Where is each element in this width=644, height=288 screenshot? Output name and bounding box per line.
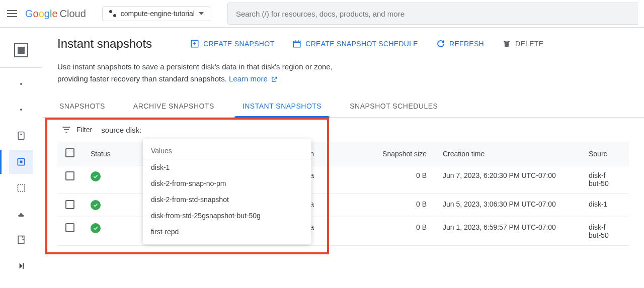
dropdown-item[interactable]: first-repd: [143, 224, 311, 240]
cell-source: disk-1: [581, 194, 629, 217]
rail-item-snapshots[interactable]: [9, 150, 33, 174]
google-cloud-logo[interactable]: GoogleCloud: [25, 8, 86, 20]
row-checkbox[interactable]: [65, 171, 74, 180]
filter-icon: [61, 125, 71, 135]
rail-product-icon[interactable]: [0, 34, 42, 68]
learn-more-link[interactable]: Learn more: [229, 74, 278, 83]
cell-source: disk-fbut-50: [581, 217, 629, 246]
svg-rect-3: [20, 160, 22, 163]
status-ok-icon: [91, 200, 101, 210]
project-name: compute-engine-tutorial: [121, 10, 195, 18]
cell-size: 0 B: [324, 217, 435, 246]
top-header: GoogleCloud compute-engine-tutorial: [0, 0, 644, 28]
select-all-checkbox[interactable]: [65, 148, 74, 157]
rail-item-5[interactable]: [9, 176, 33, 200]
hamburger-menu-icon[interactable]: [6, 8, 18, 20]
status-ok-icon: [91, 223, 101, 233]
svg-rect-8: [294, 41, 301, 47]
refresh-icon: [436, 39, 445, 48]
tab-instant-snapshots[interactable]: INSTANT SNAPSHOTS: [240, 95, 324, 117]
dropdown-item[interactable]: disk-1: [143, 159, 311, 175]
expand-rail-icon[interactable]: [9, 254, 33, 278]
project-icon: [109, 10, 117, 18]
page-description: Use instant snapshots to save a persiste…: [42, 56, 425, 95]
cell-created: Jun 1, 2023, 6:59:57 PM UTC-07:00: [435, 217, 581, 246]
dropdown-item[interactable]: disk-2-from-snap-no-pm: [143, 175, 311, 191]
create-snapshot-button[interactable]: CREATE SNAPSHOT: [190, 39, 274, 48]
cell-size: 0 B: [324, 194, 435, 217]
action-bar: Instant snapshots CREATE SNAPSHOT CREATE…: [42, 28, 644, 56]
dropdown-header: Values: [143, 143, 311, 159]
filter-values-dropdown: Values disk-1 disk-2-from-snap-no-pm dis…: [143, 139, 311, 244]
cell-source: disk-fbut-50: [581, 165, 629, 194]
content-area: Filter Values disk-1 disk-2-from-snap-no…: [42, 118, 644, 246]
search-bar[interactable]: [227, 3, 638, 25]
status-ok-icon: [91, 171, 101, 181]
tab-snapshots[interactable]: SNAPSHOTS: [57, 95, 107, 117]
svg-rect-6: [23, 263, 24, 269]
trash-icon: [502, 39, 511, 48]
external-link-icon: [271, 76, 278, 83]
dropdown-item[interactable]: disk-2-from-std-snapshot: [143, 191, 311, 208]
dropdown-item[interactable]: disk-from-std-25gsnapshot-but-50g: [143, 208, 311, 224]
cell-created: Jun 7, 2023, 6:20:30 PM UTC-07:00: [435, 165, 581, 194]
delete-button[interactable]: DELETE: [502, 39, 543, 48]
cell-size: 0 B: [324, 165, 435, 194]
main-content: Instant snapshots CREATE SNAPSHOT CREATE…: [42, 28, 644, 288]
svg-rect-4: [18, 184, 24, 191]
rail-item-3[interactable]: [9, 124, 33, 148]
left-rail: [0, 28, 42, 288]
filter-input[interactable]: [101, 126, 625, 134]
compute-engine-icon: [14, 43, 28, 57]
tab-archive-snapshots[interactable]: ARCHIVE SNAPSHOTS: [131, 95, 216, 117]
row-checkbox[interactable]: [65, 200, 74, 209]
col-created[interactable]: Creation time: [435, 142, 581, 165]
rail-item-6[interactable]: [9, 202, 33, 226]
rail-item-2[interactable]: [9, 98, 33, 122]
create-schedule-button[interactable]: CREATE SNAPSHOT SCHEDULE: [292, 39, 418, 48]
col-status[interactable]: Status: [83, 142, 143, 165]
rail-item-1[interactable]: [9, 72, 33, 96]
search-input[interactable]: [236, 10, 630, 18]
tabs: SNAPSHOTS ARCHIVE SNAPSHOTS INSTANT SNAP…: [42, 95, 644, 118]
svg-point-1: [20, 134, 22, 135]
rail-item-7[interactable]: [9, 228, 33, 252]
project-picker[interactable]: compute-engine-tutorial: [102, 6, 210, 21]
page-title: Instant snapshots: [57, 37, 152, 51]
cell-created: Jun 5, 2023, 3:06:30 PM UTC-07:00: [435, 194, 581, 217]
add-box-icon: [190, 39, 199, 48]
col-size[interactable]: Snapshot size: [324, 142, 435, 165]
filter-label: Filter: [76, 126, 92, 134]
row-checkbox[interactable]: [65, 223, 74, 232]
svg-rect-0: [18, 132, 24, 140]
filter-row: Filter: [57, 118, 629, 142]
tab-snapshot-schedules[interactable]: SNAPSHOT SCHEDULES: [348, 95, 440, 117]
calendar-icon: [292, 39, 301, 48]
refresh-button[interactable]: REFRESH: [436, 39, 484, 48]
col-source[interactable]: Sourc: [581, 142, 629, 165]
caret-down-icon: [199, 12, 204, 15]
